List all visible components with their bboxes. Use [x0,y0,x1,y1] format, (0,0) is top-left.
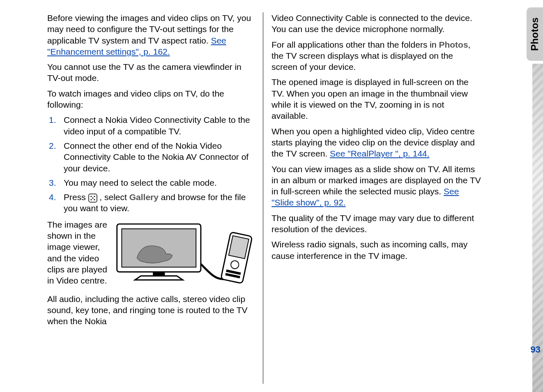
text: For all applications other than the fold… [272,40,439,49]
list-item: Press , select Gallery and browse for th… [64,191,257,214]
link-realplayer[interactable]: See "RealPlayer ", p. 144. [330,149,430,158]
ui-term-gallery: Gallery [129,192,159,202]
svg-point-3 [90,199,92,200]
steps-list: Connect a Nokia Video Connectivity Cable… [47,114,257,214]
section-tab-label: Photos [529,17,541,51]
paragraph: All audio, including the active calls, s… [47,293,257,327]
paragraph: You cannot use the TV as the camera view… [47,61,257,84]
svg-point-5 [92,197,93,198]
figure-row: The images are shown in the image viewer… [47,219,257,291]
svg-rect-10 [229,235,249,258]
page-content: Before viewing the images and video clip… [0,0,543,392]
list-item: Connect a Nokia Video Connectivity Cable… [64,114,257,137]
paragraph: Wireless radio signals, such as incoming… [272,239,481,261]
section-tab-label-box: Photos [527,7,543,61]
paragraph: The quality of the TV image may vary due… [272,212,481,235]
paragraph: When you open a highlighted video clip, … [272,126,481,159]
svg-point-1 [90,196,92,197]
list-item: Connect the other end of the Nokia Video… [64,140,257,174]
paragraph: You can view images as a slide show on T… [272,164,481,208]
right-column: Video Connectivity Cable is connected to… [263,12,481,384]
paragraph: Video Connectivity Cable is connected to… [272,12,481,35]
section-tab: Photos [527,7,543,61]
text: , select [97,192,129,202]
paragraph: To watch images and video clips on TV, d… [47,88,257,111]
svg-point-2 [94,196,95,197]
illustration-tv-phone [113,219,257,291]
text: Press [64,192,88,202]
ui-term-photos: Photos [439,40,468,49]
left-column: Before viewing the images and video clip… [47,12,263,384]
side-decoration [532,64,543,392]
paragraph: The images are shown in the image viewer… [47,219,109,291]
paragraph: For all applications other than the fold… [272,39,481,73]
page-number: 93 [531,344,541,355]
paragraph: Before viewing the images and video clip… [47,12,257,57]
list-item: You may need to select the cable mode. [64,177,257,188]
svg-point-4 [94,199,95,200]
paragraph: The opened image is displayed in full-sc… [272,76,481,121]
menu-key-icon [88,192,97,202]
